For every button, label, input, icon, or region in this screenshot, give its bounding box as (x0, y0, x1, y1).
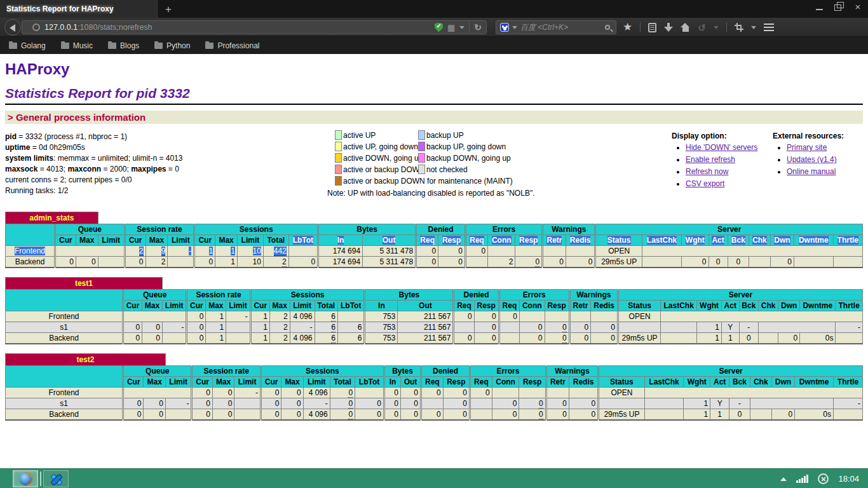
stat-cell: 1 (684, 409, 710, 421)
legend-color-swatch (418, 153, 425, 163)
column-group-header: Session rate (125, 224, 194, 235)
sync-caret-icon[interactable] (714, 26, 719, 29)
stat-cell: 0 (281, 409, 303, 421)
close-button[interactable]: × (853, 3, 863, 11)
stat-cell: 0 (330, 398, 355, 409)
column-header: Total (330, 377, 355, 388)
column-header: Limit (162, 301, 186, 311)
taskbar-tool-button[interactable] (43, 470, 69, 487)
stat-cell: 0 (545, 333, 569, 344)
restore-button[interactable] (834, 3, 844, 11)
display-option-link[interactable]: CSV export (686, 179, 724, 188)
reload-icon[interactable]: ↻ (474, 23, 482, 32)
tab-title: Statistics Report for HAProxy (6, 4, 114, 13)
column-header: Resp (474, 301, 499, 311)
stat-cell (759, 322, 836, 333)
shield-icon[interactable] (435, 23, 443, 32)
dropdown-caret-icon[interactable] (459, 26, 465, 29)
external-resource-link[interactable]: Updates (v1.4) (787, 155, 837, 164)
qr-code-icon[interactable]: ▦ (447, 24, 455, 32)
stat-cell: 0 (545, 322, 569, 333)
browser-tab[interactable]: Statistics Report for HAProxy (0, 0, 158, 18)
display-option-link[interactable]: Refresh now (686, 167, 728, 176)
new-tab-button[interactable]: + (160, 3, 177, 17)
column-header: Act (721, 301, 739, 311)
menu-icon[interactable] (764, 24, 774, 31)
display-option-panel: Display option: Hide 'DOWN' serversEnabl… (672, 132, 773, 191)
stat-cell: 6 (338, 322, 365, 333)
display-option-list: Hide 'DOWN' serversEnable refreshRefresh… (686, 143, 773, 188)
stat-cell: 1 (697, 333, 722, 344)
stat-cell: 753 (365, 311, 398, 322)
legend-grid: active UPbackup UPactive UP, going downb… (335, 130, 602, 186)
column-header: Max (212, 377, 234, 388)
hidden-icons-caret[interactable] (780, 477, 787, 481)
taskbar-firefox-button[interactable] (13, 470, 38, 487)
url-text[interactable]: 127.0.0.1:1080/stats;norefresh (44, 23, 430, 32)
stat-cell (470, 409, 492, 421)
search-icon[interactable] (605, 25, 610, 30)
external-resource-link[interactable]: Primary site (787, 143, 827, 152)
stat-cell: 0 (384, 388, 400, 398)
stat-cell: 1 (215, 246, 238, 257)
column-group-header: Queue (123, 366, 192, 377)
bookmarks-list-icon[interactable] (648, 23, 656, 32)
stat-cell (355, 388, 384, 398)
legend-item: backup DOWN, going up (418, 153, 602, 163)
eject-icon[interactable] (818, 473, 829, 484)
stat-cell: 0 (400, 388, 421, 398)
search-input[interactable]: 百度 <Ctrl+K> (520, 22, 602, 33)
sync-icon[interactable]: ↺ (698, 23, 706, 32)
proxy-stats-table: admin_statsQueueSession rateSessionsByte… (5, 212, 863, 268)
stat-cell (470, 398, 492, 409)
stat-cell: 2 (269, 322, 290, 333)
display-option-link[interactable]: Hide 'DOWN' servers (686, 143, 757, 152)
crop-caret-icon[interactable] (751, 26, 756, 29)
legend-color-swatch (335, 165, 342, 174)
stat-cell: 0 (682, 257, 709, 268)
star-icon[interactable]: ★ (623, 22, 632, 33)
stat-cell: 0 (123, 409, 144, 421)
bookmark-item[interactable]: Music (61, 41, 93, 50)
stat-cell (499, 333, 519, 344)
stat-cell (55, 246, 125, 257)
column-header: LastChk (661, 301, 697, 311)
bookmark-item[interactable]: Python (154, 41, 190, 50)
stat-cell: 0 (421, 388, 443, 398)
column-header: Max (206, 301, 226, 311)
crop-tool-icon[interactable] (735, 23, 743, 32)
stat-cell (644, 398, 684, 409)
legend-item: active UP (335, 130, 418, 140)
site-identity-icon[interactable] (32, 24, 40, 31)
stat-cell: 10 (237, 257, 263, 268)
proxy-name-cell: Backend (6, 257, 55, 268)
bookmark-item[interactable]: Golang (9, 41, 46, 50)
column-header: LbTot (355, 377, 384, 388)
display-option-link[interactable]: Enable refresh (686, 155, 735, 164)
column-header: Limit (226, 301, 250, 311)
back-button[interactable] (4, 19, 21, 36)
firefox-icon (19, 472, 32, 485)
column-header: Total (263, 235, 288, 246)
taskbar-clock[interactable]: 18:04 (838, 474, 859, 484)
stat-cell: 0s (800, 333, 836, 344)
column-header: Req (499, 301, 519, 311)
minimize-button[interactable] (815, 3, 825, 11)
column-header: Thrtle (836, 301, 863, 311)
search-engine-caret-icon[interactable] (512, 26, 517, 29)
search-bar[interactable]: 百度 <Ctrl+K> (496, 20, 616, 34)
url-bar[interactable]: 127.0.0.1:1080/stats;norefresh ▦ ↻ (22, 20, 487, 34)
stat-cell (165, 409, 192, 421)
search-engine-icon[interactable] (500, 23, 509, 32)
bookmark-item[interactable]: Blogs (108, 41, 139, 50)
proxy-stats-table: test2QueueSession rateSessionsBytesDenie… (5, 353, 863, 421)
downloads-icon[interactable] (664, 23, 673, 32)
folder-icon (108, 43, 116, 49)
bookmark-item[interactable]: Professional (205, 41, 259, 50)
stat-cell: 0 (194, 257, 215, 268)
stat-cell: 1 (194, 246, 215, 257)
home-icon[interactable] (681, 23, 690, 32)
stat-cell: 1 (206, 333, 226, 344)
network-signal-icon[interactable] (796, 475, 808, 483)
external-resource-link[interactable]: Online manual (787, 167, 836, 176)
